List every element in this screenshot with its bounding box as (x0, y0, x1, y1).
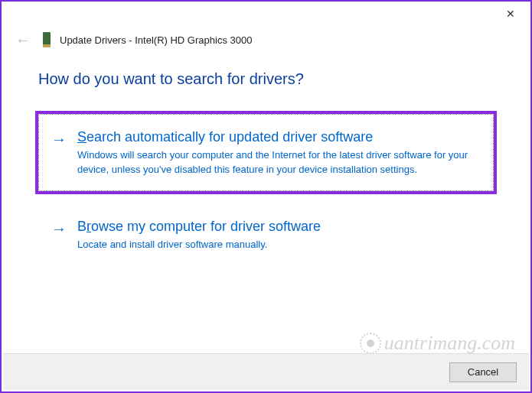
arrow-right-icon: → (51, 130, 67, 148)
content-area: How do you want to search for drivers? →… (2, 49, 530, 263)
footer-bar: Cancel (3, 353, 529, 390)
option-title-prefix: B (77, 219, 86, 234)
watermark: uantrimang.com (360, 332, 515, 355)
cancel-button[interactable]: Cancel (449, 362, 517, 382)
option-title: Browse my computer for driver software (77, 218, 481, 235)
option-body: Browse my computer for driver software L… (77, 218, 481, 252)
back-arrow-icon[interactable]: ← (12, 31, 34, 49)
option-browse-computer[interactable]: → Browse my computer for driver software… (38, 206, 494, 264)
window-title: Update Drivers - Intel(R) HD Graphics 30… (60, 34, 252, 46)
arrow-right-icon: → (51, 219, 67, 238)
header-row: ← Update Drivers - Intel(R) HD Graphics … (2, 26, 530, 49)
option-body: Search automatically for updated driver … (77, 128, 481, 177)
close-button[interactable]: ✕ (495, 3, 526, 24)
watermark-text: uantrimang.com (384, 332, 515, 355)
watermark-icon (360, 333, 381, 354)
option-description: Locate and install driver software manua… (77, 238, 481, 252)
option-title-text: owse my computer for driver software (91, 219, 321, 234)
titlebar: ✕ (2, 2, 530, 26)
option-title: Search automatically for updated driver … (77, 128, 481, 146)
dialog-window: ✕ ← Update Drivers - Intel(R) HD Graphic… (0, 0, 532, 393)
option-hotkey: S (77, 129, 86, 145)
option-description: Windows will search your computer and th… (77, 148, 481, 176)
page-heading: How do you want to search for drivers? (38, 70, 494, 88)
device-icon (43, 32, 51, 47)
option-search-automatically[interactable]: → Search automatically for updated drive… (38, 114, 494, 191)
option-title-text: earch automatically for updated driver s… (86, 129, 373, 145)
